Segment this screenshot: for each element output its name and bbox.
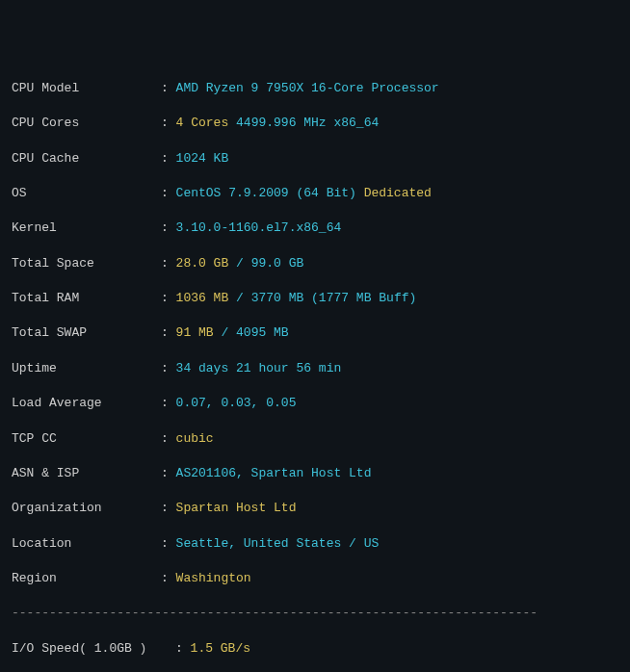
org-value: Spartan Host Ltd <box>176 501 297 515</box>
location-value: Seattle, United States / US <box>176 536 380 551</box>
cpu-model-label: CPU Model <box>12 80 161 97</box>
total-swap-total: 4095 MB <box>236 325 289 340</box>
io-speed-value: 1.5 GB/s <box>191 641 250 656</box>
location-label: Location <box>12 535 161 553</box>
kernel-value: 3.10.0-1160.el7.x86_64 <box>176 220 342 235</box>
total-space-used: 28.0 GB <box>176 256 229 271</box>
location-row: Location: Seattle, United States / US <box>12 535 618 553</box>
cpu-cache-label: CPU Cache <box>12 150 161 168</box>
cpu-model-value: AMD Ryzen 9 7950X 16-Core Processor <box>176 81 439 95</box>
uptime-value: 34 days 21 hour 56 min <box>176 361 342 375</box>
io-speed-row-1: I/O Speed( 1.0GB ): 1.5 GB/s <box>12 640 618 658</box>
cpu-cores-freq: 4499.996 MHz x86_64 <box>236 116 379 130</box>
divider: ----------------------------------------… <box>12 605 618 622</box>
os-label: OS <box>12 185 161 202</box>
load-label: Load Average <box>12 395 161 412</box>
kernel-row: Kernel: 3.10.0-1160.el7.x86_64 <box>12 220 618 237</box>
region-row: Region: Washington <box>12 570 618 587</box>
kernel-label: Kernel <box>12 220 161 237</box>
total-swap-label: Total SWAP <box>12 324 161 342</box>
asn-row: ASN & ISP: AS201106, Spartan Host Ltd <box>12 465 618 482</box>
cpu-cores-count: 4 Cores <box>176 116 229 130</box>
tcp-value: cubic <box>176 431 214 446</box>
tcp-row: TCP CC: cubic <box>12 430 618 448</box>
region-value: Washington <box>176 571 251 585</box>
org-label: Organization <box>12 500 161 517</box>
io-speed-label: I/O Speed( 1.0GB ) <box>12 640 175 658</box>
os-dedicated: Dedicated <box>364 186 432 200</box>
region-label: Region <box>12 570 161 587</box>
tcp-label: TCP CC <box>12 430 161 448</box>
org-row: Organization: Spartan Host Ltd <box>12 500 618 517</box>
asn-label: ASN & ISP <box>12 465 161 482</box>
cpu-cache-value: 1024 KB <box>176 151 229 166</box>
os-row: OS: CentOS 7.9.2009 (64 Bit) Dedicated <box>12 185 618 202</box>
total-space-label: Total Space <box>12 255 161 272</box>
cpu-cache-row: CPU Cache: 1024 KB <box>12 150 618 168</box>
load-value: 0.07, 0.03, 0.05 <box>176 396 297 410</box>
os-value: CentOS 7.9.2009 (64 Bit) <box>176 186 356 200</box>
cpu-cores-label: CPU Cores <box>12 115 161 132</box>
total-ram-buff: (1777 MB Buff) <box>311 291 416 305</box>
uptime-row: Uptime: 34 days 21 hour 56 min <box>12 360 618 377</box>
uptime-label: Uptime <box>12 360 161 377</box>
total-space-row: Total Space: 28.0 GB / 99.0 GB <box>12 255 618 272</box>
total-ram-total: 3770 MB <box>251 291 304 305</box>
total-swap-used: 91 MB <box>176 325 214 340</box>
total-swap-row: Total SWAP: 91 MB / 4095 MB <box>12 324 618 342</box>
cpu-model-row: CPU Model: AMD Ryzen 9 7950X 16-Core Pro… <box>12 80 618 97</box>
total-ram-used: 1036 MB <box>176 291 229 305</box>
total-space-total: 99.0 GB <box>251 256 304 271</box>
total-ram-row: Total RAM: 1036 MB / 3770 MB (1777 MB Bu… <box>12 290 618 307</box>
asn-value: AS201106, Spartan Host Ltd <box>176 466 372 480</box>
total-ram-label: Total RAM <box>12 290 161 307</box>
load-row: Load Average: 0.07, 0.03, 0.05 <box>12 395 618 412</box>
cpu-cores-row: CPU Cores: 4 Cores 4499.996 MHz x86_64 <box>12 115 618 132</box>
